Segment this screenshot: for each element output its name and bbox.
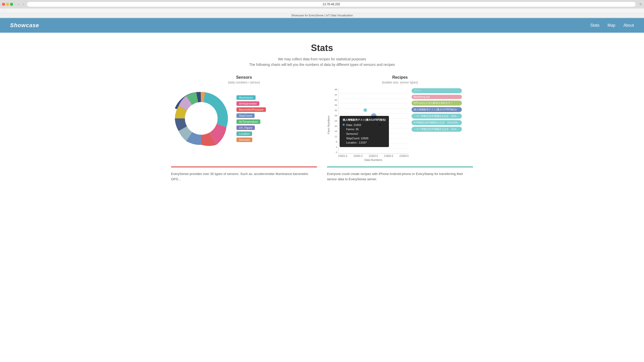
site-logo[interactable]: Showcase xyxy=(10,22,39,29)
donut-hole xyxy=(185,102,218,135)
legend-airhygrometer: AirHygrometer xyxy=(236,101,266,106)
forward-arrow-icon[interactable]: › xyxy=(22,2,25,7)
bubble-plot: 個人情報販売テスト(最大3,076円相当) Data: 21602 xyxy=(338,88,409,154)
sensors-desc-text: EverySense provides over 30 types of sen… xyxy=(171,171,317,182)
sensors-divider xyxy=(171,166,317,167)
y-ticks: 0 4 8 12 16 20 24 28 32 36 xyxy=(331,88,338,154)
browser-toolbar: ‹ › 13.78.48.202 ↻ xyxy=(0,0,644,9)
bubble-1 xyxy=(364,108,367,112)
page-subtitle: We may collect data from recipes for sta… xyxy=(5,56,639,68)
donut-chart-svg xyxy=(171,88,231,149)
recipe-label-sa: ＩＯＴ情報交流市場開設を記念 EverySa... xyxy=(412,114,462,119)
bubble-3 xyxy=(356,118,358,120)
recipes-chart-panel: Recipes (bubble size: sensor types) Farm… xyxy=(327,75,473,161)
legend-airhygrometer-badge: AirHygrometer xyxy=(236,101,259,106)
legend-direction-badge: Direction xyxy=(236,138,252,142)
sensors-chart-panel: Sensors (data numbers / sensor) xyxy=(171,75,317,149)
recipe-label-free: フリー xyxy=(412,88,462,93)
bubble-chart-row: 0 4 8 12 16 20 24 28 32 36 xyxy=(331,88,409,154)
browser-nav-buttons xyxy=(2,3,13,6)
close-btn[interactable] xyxy=(2,3,5,6)
nav-link-stats[interactable]: Stats xyxy=(590,23,599,28)
bubble-4 xyxy=(379,123,381,126)
minimize-btn[interactable] xyxy=(6,3,9,6)
legend-location-badge: Location xyxy=(236,131,252,136)
bubble-chart-with-yaxis: Farm Numbers 0 4 8 12 16 20 xyxy=(327,88,409,161)
recipe-label-iot: IOTのみなさまの参加を求めます！ xyxy=(412,101,462,106)
legend-direction: Direction xyxy=(236,138,266,142)
recipe-label-kojin: 個人情報販売テスト(最大3,076円相当) xyxy=(412,107,462,112)
legend-uvfigure-badge: UV_Figure xyxy=(236,125,255,130)
legend-location: Location xyxy=(236,131,266,136)
browser-chrome: ‹ › 13.78.48.202 ↻ ⋮⋮ Showcase for Every… xyxy=(0,0,644,18)
grid xyxy=(338,88,409,153)
y-axis-label: Farm Numbers xyxy=(327,116,330,134)
nav-link-about[interactable]: About xyxy=(623,23,634,28)
charts-section: Sensors (data numbers / sensor) xyxy=(171,75,473,161)
legend-stepcount: StepCount xyxy=(236,113,266,118)
recipes-desc-text: Everyone could create recipes with iPhon… xyxy=(327,171,473,182)
x-axis-title: Data Numbers xyxy=(331,158,409,161)
x-labels: 21601.0 21601.5 21602.0 21602.5 21603.0 xyxy=(331,154,409,157)
legend-illuminance-badge: Illuminance xyxy=(236,95,256,100)
back-arrow-icon[interactable]: ‹ xyxy=(17,2,20,7)
recipe-label-monitoring: Monitoring last xyxy=(412,95,462,99)
bookmarks-bar: ⋮⋮ xyxy=(0,9,644,13)
nav-links: Stats Map About xyxy=(590,23,634,28)
main-nav: Showcase Stats Map About xyxy=(0,18,644,33)
bubble-chart-wrapper: Farm Numbers 0 4 8 12 16 20 xyxy=(327,88,473,161)
legend-stepcount-badge: StepCount xyxy=(236,113,255,118)
apps-icon: ⋮⋮ xyxy=(2,9,7,12)
recipes-description: Everyone could create recipes with iPhon… xyxy=(327,166,473,182)
page-title: Stats xyxy=(5,43,639,53)
nav-link-map[interactable]: Map xyxy=(608,23,615,28)
recipe-label-po: ＩＯＴ情報交流市場開設を記念 EveryPo... xyxy=(412,127,462,132)
page-wrapper: Showcase Stats Map About Stats We may co… xyxy=(0,18,644,360)
legend-airtemperature-badge: AirTemperature xyxy=(236,119,260,124)
recipe-label-sta: IoT情報交流市場開設を記念 EverySta... xyxy=(412,120,462,125)
legend-illuminance: Illuminance xyxy=(236,95,266,100)
legend-airtemperature: AirTemperature xyxy=(236,119,266,124)
maximize-btn[interactable] xyxy=(10,3,13,6)
legend-barometric: BarometricPressure xyxy=(236,107,266,112)
donut-chart-area: Illuminance AirHygrometer BarometricPres… xyxy=(171,88,317,149)
tab-title: Showcase for EverySense | IoT Data Visua… xyxy=(0,13,644,18)
reload-icon[interactable]: ↻ xyxy=(639,3,642,6)
legend-uvfigure: UV_Figure xyxy=(236,125,266,130)
descriptions-section: EverySense provides over 30 types of sen… xyxy=(171,166,473,182)
legend-barometric-badge: BarometricPressure xyxy=(236,107,266,112)
recipes-divider xyxy=(327,166,473,167)
main-content: Stats We may collect data from recipes f… xyxy=(0,33,644,192)
donut-svg-wrap xyxy=(171,88,231,149)
bubble-selected xyxy=(371,113,377,119)
recipe-labels: フリー Monitoring last IOTのみなさまの参加を求めます！ 個人… xyxy=(412,88,462,132)
sensors-chart-title: Sensors xyxy=(171,75,317,80)
sensors-chart-subtitle: (data numbers / sensor) xyxy=(171,81,317,84)
address-bar[interactable]: 13.78.48.202 xyxy=(27,2,636,7)
sensors-legend: Illuminance AirHygrometer BarometricPres… xyxy=(236,95,266,142)
recipes-chart-subtitle: (bubble size: sensor types) xyxy=(327,81,473,84)
recipes-chart-title: Recipes xyxy=(327,75,473,80)
grid-svg xyxy=(338,88,409,154)
bubble-chart-column: 0 4 8 12 16 20 24 28 32 36 xyxy=(331,88,409,161)
sensors-description: EverySense provides over 30 types of sen… xyxy=(171,166,317,182)
